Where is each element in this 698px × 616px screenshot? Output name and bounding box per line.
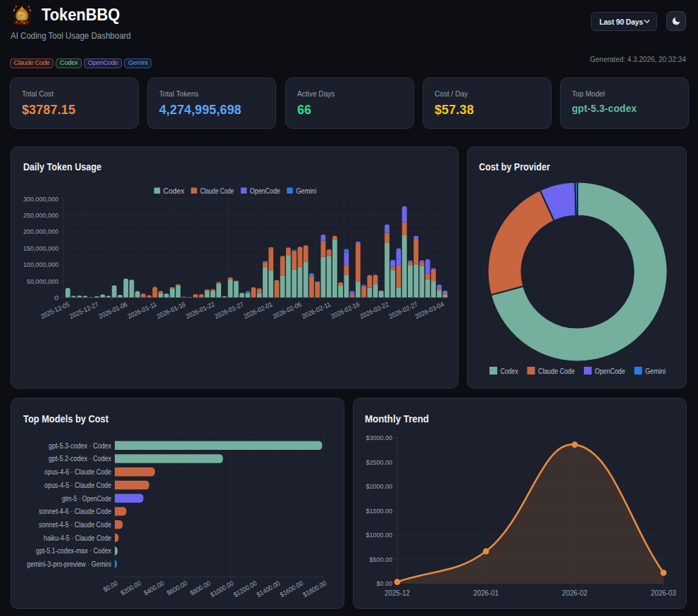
svg-text:sonnet-4-6 · Claude Code: sonnet-4-6 · Claude Code [39, 508, 111, 516]
svg-text:Gemini: Gemini [645, 366, 666, 375]
svg-text:Gemini: Gemini [296, 186, 316, 194]
svg-text:Claude Code: Claude Code [200, 186, 234, 194]
svg-text:Codex: Codex [163, 186, 185, 194]
svg-text:2026-02-16: 2026-02-16 [330, 300, 361, 320]
svg-text:$1000.00: $1000.00 [208, 579, 235, 599]
svg-text:haiku-4-5 · Claude Code: haiku-4-5 · Claude Code [44, 534, 111, 542]
svg-text:2026-01-27: 2026-01-27 [213, 300, 245, 320]
svg-text:gpt-5.1-codex-max · Codex: gpt-5.1-codex-max · Codex [36, 548, 112, 555]
svg-text:opus-4-6 · Claude Code: opus-4-6 · Claude Code [44, 468, 111, 476]
svg-text:2026-01-16: 2026-01-16 [155, 300, 187, 320]
svg-text:300,000,000: 300,000,000 [23, 194, 58, 202]
svg-text:$3000.00: $3000.00 [366, 434, 392, 441]
svg-text:2026-02-01: 2026-02-01 [242, 300, 274, 320]
svg-text:$200.00: $200.00 [119, 579, 142, 597]
svg-text:150,000,000: 150,000,000 [23, 244, 58, 251]
svg-text:250,000,000: 250,000,000 [23, 211, 58, 219]
svg-text:Cost by Provider: Cost by Provider [479, 161, 550, 172]
svg-text:$1500.00: $1500.00 [366, 507, 392, 515]
svg-text:$2000.00: $2000.00 [366, 482, 392, 490]
svg-text:0: 0 [54, 293, 58, 301]
svg-text:2025-12: 2025-12 [385, 589, 410, 597]
svg-text:glm-5 · OpenCode: glm-5 · OpenCode [62, 495, 111, 503]
svg-text:$1200.00: $1200.00 [232, 579, 258, 599]
svg-text:2025-12-27: 2025-12-27 [68, 300, 100, 320]
svg-text:2025-12-05: 2025-12-05 [39, 300, 71, 320]
svg-text:Daily Token Usage: Daily Token Usage [23, 161, 101, 172]
svg-text:Claude Code: Claude Code [538, 366, 575, 375]
svg-text:OpenCode: OpenCode [595, 366, 625, 375]
svg-text:2026-02-11: 2026-02-11 [300, 300, 332, 320]
svg-text:2026-01-11: 2026-01-11 [126, 300, 158, 320]
svg-text:Monthly Trend: Monthly Trend [365, 413, 429, 425]
svg-text:$0.00: $0.00 [102, 579, 119, 593]
svg-text:gpt-5.3-codex · Codex: gpt-5.3-codex · Codex [49, 442, 112, 450]
svg-text:2026-01-06: 2026-01-06 [97, 300, 129, 320]
svg-text:2026-01-22: 2026-01-22 [185, 300, 216, 320]
svg-text:Top Models by Cost: Top Models by Cost [23, 413, 108, 425]
svg-text:$1400.00: $1400.00 [255, 579, 281, 599]
svg-text:$1800.00: $1800.00 [301, 579, 328, 599]
svg-text:100,000,000: 100,000,000 [23, 260, 58, 268]
svg-text:2026-01: 2026-01 [473, 589, 499, 597]
svg-text:sonnet-4-5 · Claude Code: sonnet-4-5 · Claude Code [39, 521, 111, 529]
svg-text:gemini-3-pro-preview · Gemini: gemini-3-pro-preview · Gemini [27, 560, 111, 568]
svg-text:$500.00: $500.00 [369, 555, 392, 563]
svg-text:$1000.00: $1000.00 [366, 531, 392, 539]
svg-text:$0.00: $0.00 [376, 579, 392, 587]
svg-text:2026-03: 2026-03 [651, 589, 676, 597]
svg-text:200,000,000: 200,000,000 [23, 227, 58, 235]
svg-text:gpt-5.2-codex · Codex: gpt-5.2-codex · Codex [49, 455, 112, 463]
svg-text:2026-02-06: 2026-02-06 [271, 300, 303, 320]
svg-text:2026-02: 2026-02 [562, 589, 587, 597]
svg-text:opus-4-5 · Claude Code: opus-4-5 · Claude Code [44, 482, 111, 489]
svg-text:2026-03-04: 2026-03-04 [413, 300, 445, 320]
svg-text:$800.00: $800.00 [189, 579, 212, 597]
svg-text:$600.00: $600.00 [166, 579, 189, 597]
svg-text:$400.00: $400.00 [142, 579, 166, 597]
svg-text:2026-02-22: 2026-02-22 [359, 300, 390, 320]
svg-text:OpenCode: OpenCode [250, 186, 280, 194]
svg-text:$2500.00: $2500.00 [366, 458, 392, 466]
svg-text:50,000,000: 50,000,000 [27, 277, 58, 284]
svg-text:2026-02-27: 2026-02-27 [387, 300, 419, 320]
svg-text:$1600.00: $1600.00 [278, 579, 304, 599]
svg-text:Codex: Codex [501, 366, 518, 375]
